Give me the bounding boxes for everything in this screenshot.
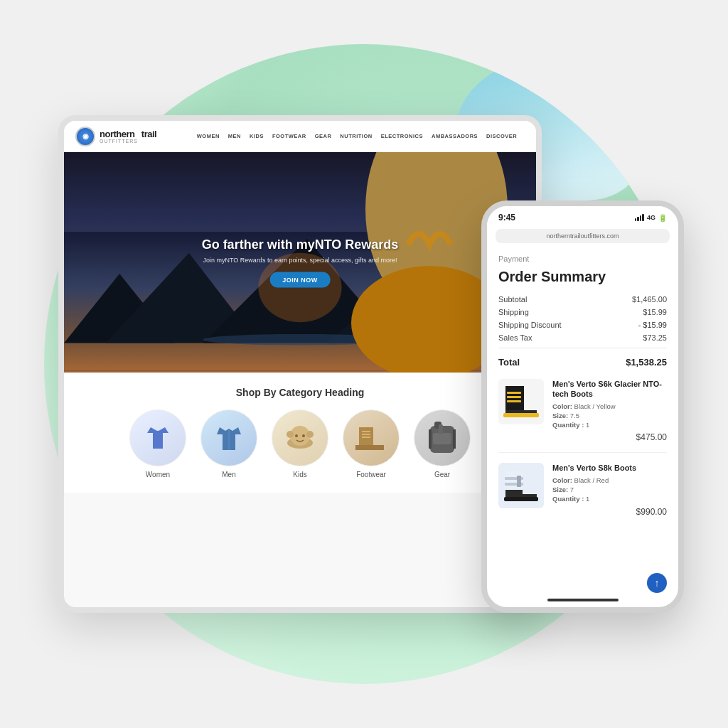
nav-gear[interactable]: GEAR <box>315 133 332 139</box>
categories-section: Shop By Category Heading Women <box>64 373 536 493</box>
order-divider <box>498 348 667 348</box>
category-circle-men <box>200 410 257 466</box>
nav-women[interactable]: WOMEN <box>197 133 220 139</box>
nav-discover[interactable]: DISCOVER <box>486 133 517 139</box>
category-women[interactable]: Women <box>129 410 186 478</box>
order-summary-title: Order Summary <box>498 269 667 285</box>
logo-sub-text: outfitters <box>100 139 156 144</box>
total-label: Total <box>498 357 520 368</box>
shipping-discount-label: Shipping Discount <box>498 321 562 329</box>
product-detail-color-2: Color: Black / Red <box>552 476 667 485</box>
footwear-icon <box>352 420 391 456</box>
svg-point-16 <box>306 431 314 438</box>
svg-rect-37 <box>517 476 521 481</box>
men-icon <box>211 420 247 456</box>
nav-nutrition[interactable]: NUTRITION <box>340 133 372 139</box>
category-men[interactable]: Men <box>200 410 257 478</box>
brand-logo: ◉ northern trail outfitters <box>75 127 175 146</box>
hero-content: Go farther with myNTO Rewards Join myNTO… <box>202 237 399 288</box>
scene-container: ◉ northern trail outfitters WOMEN MEN KI… <box>44 44 684 684</box>
category-label-footwear: Footwear <box>356 471 386 478</box>
category-circle-women <box>129 410 186 466</box>
categories-row: Women Men <box>75 410 525 478</box>
product-detail-size-1: Size: 7.5 <box>552 411 667 420</box>
product-price-1: $475.00 <box>552 432 667 442</box>
signal-bar-1 <box>635 218 637 221</box>
category-circle-kids <box>272 410 328 466</box>
url-text: northerntrailoutfitters.com <box>546 232 619 240</box>
category-kids[interactable]: Kids <box>272 410 328 478</box>
tax-value: $73.25 <box>643 333 667 342</box>
svg-rect-25 <box>439 424 443 434</box>
logo-text: northern trail outfitters <box>100 129 156 144</box>
status-time: 9:45 <box>498 213 515 223</box>
subtotal-label: Subtotal <box>498 295 527 304</box>
nav-kids[interactable]: KIDS <box>250 133 264 139</box>
subtotal-value: $1,465.00 <box>632 295 667 304</box>
kids-icon <box>282 420 318 456</box>
nav-ambassadors[interactable]: AMBASSADORS <box>432 133 478 139</box>
category-circle-gear <box>414 410 471 466</box>
svg-point-18 <box>302 434 305 437</box>
payment-section-label: Payment <box>498 255 667 263</box>
tablet-navbar: ◉ northern trail outfitters WOMEN MEN KI… <box>64 121 536 152</box>
nav-men[interactable]: MEN <box>228 133 241 139</box>
product-item-1: Men's Verto S6k Glacier NTO-tech Boots C… <box>498 379 667 453</box>
women-icon <box>140 420 176 456</box>
svg-point-17 <box>295 434 298 437</box>
shipping-value: $15.99 <box>643 308 667 316</box>
boot-yellow-svg <box>500 382 542 422</box>
svg-rect-29 <box>507 392 521 394</box>
signal-bars <box>635 214 644 221</box>
boot-white-svg <box>500 466 542 505</box>
scroll-up-button[interactable]: ↑ <box>647 573 667 593</box>
join-now-button[interactable]: JOIN NOW <box>269 272 331 288</box>
product-detail-size-2: Size: 7 <box>552 485 667 494</box>
order-line-shipping-discount: Shipping Discount - $15.99 <box>498 321 667 329</box>
logo-main-text: northern trail <box>100 129 156 139</box>
category-label-women: Women <box>146 471 170 478</box>
shipping-label: Shipping <box>498 308 529 316</box>
nav-footwear[interactable]: FOOTWEAR <box>272 133 306 139</box>
categories-heading: Shop By Category Heading <box>75 387 525 398</box>
product-thumb-1 <box>498 379 544 424</box>
category-label-men: Men <box>222 471 235 478</box>
product-price-2: $990.00 <box>552 507 667 517</box>
order-line-shipping: Shipping $15.99 <box>498 308 667 316</box>
signal-bar-3 <box>640 215 642 221</box>
svg-rect-34 <box>504 497 538 501</box>
svg-rect-24 <box>433 433 451 444</box>
order-line-subtotal: Subtotal $1,465.00 <box>498 295 667 304</box>
product-detail-qty-1: Quantity : 1 <box>552 420 667 429</box>
gear-icon <box>424 419 460 457</box>
product-detail-qty-2: Quantity : 1 <box>552 494 667 503</box>
category-label-kids: Kids <box>293 471 306 478</box>
tax-label: Sales Tax <box>498 333 532 342</box>
nav-electronics[interactable]: ELECTRONICS <box>381 133 423 139</box>
url-bar[interactable]: northerntrailoutfitters.com <box>496 229 670 243</box>
product-thumb-2 <box>498 463 544 508</box>
svg-rect-32 <box>503 413 539 417</box>
svg-rect-38 <box>517 481 521 487</box>
product-info-1: Men's Verto S6k Glacier NTO-tech Boots C… <box>552 379 667 442</box>
category-label-gear: Gear <box>434 471 450 478</box>
product-name-2: Men's Verto S8k Boots <box>552 463 667 473</box>
product-info-2: Men's Verto S8k Boots Color: Black / Red… <box>552 463 667 516</box>
category-circle-footwear <box>343 410 400 466</box>
hero-subtitle: Join myNTO Rewards to earn points, speci… <box>202 257 399 264</box>
navigation-menu: WOMEN MEN KIDS FOOTWEAR GEAR NUTRITION E… <box>189 133 525 139</box>
status-bar: 9:45 4G 🔋 <box>487 206 678 226</box>
network-type: 4G <box>647 214 655 221</box>
signal-bar-2 <box>637 217 639 221</box>
signal-bar-4 <box>642 214 644 221</box>
product-name-1: Men's Verto S6k Glacier NTO-tech Boots <box>552 379 667 400</box>
svg-rect-31 <box>507 400 521 402</box>
logo-icon: ◉ <box>75 127 95 146</box>
shipping-discount-value: - $15.99 <box>638 321 667 329</box>
total-value: $1,538.25 <box>626 357 667 368</box>
order-total-line: Total $1,538.25 <box>498 354 667 368</box>
battery-icon: 🔋 <box>658 214 667 222</box>
phone-content: Payment Order Summary Subtotal $1,465.00… <box>487 246 678 596</box>
category-footwear[interactable]: Footwear <box>343 410 400 478</box>
category-gear[interactable]: Gear <box>414 410 471 478</box>
